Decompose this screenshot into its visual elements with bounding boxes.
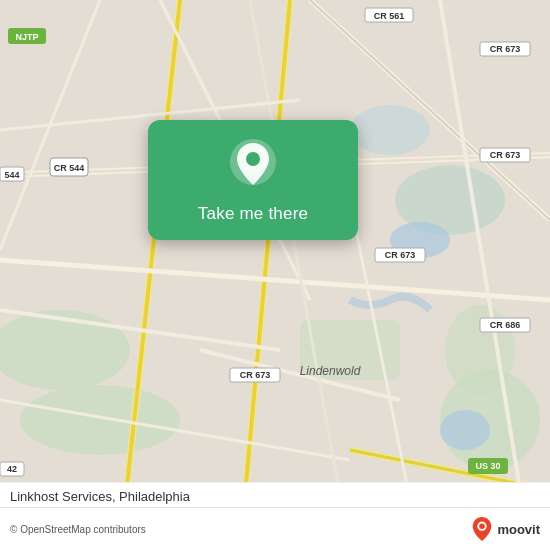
svg-text:CR 673: CR 673 bbox=[385, 250, 416, 260]
svg-point-59 bbox=[480, 523, 486, 529]
location-name: Linkhost Services, Philadelphia bbox=[10, 489, 190, 504]
svg-text:42: 42 bbox=[7, 464, 17, 474]
svg-text:CR 673: CR 673 bbox=[240, 370, 271, 380]
bottom-bar: © OpenStreetMap contributors moovit bbox=[0, 507, 550, 550]
map-background: NJTP CR 544 544 CR 673 CR 561 CR 673 CR … bbox=[0, 0, 550, 550]
location-pin-icon bbox=[227, 138, 279, 190]
svg-text:CR 561: CR 561 bbox=[374, 11, 405, 21]
popup-card: Take me there bbox=[148, 120, 358, 240]
svg-point-2 bbox=[20, 385, 180, 455]
svg-text:CR 544: CR 544 bbox=[54, 163, 85, 173]
svg-text:Lindenwold: Lindenwold bbox=[300, 364, 361, 378]
svg-rect-0 bbox=[0, 0, 550, 550]
svg-text:CR 686: CR 686 bbox=[490, 320, 521, 330]
svg-text:NJTP: NJTP bbox=[15, 32, 38, 42]
location-label-bar: Linkhost Services, Philadelphia bbox=[0, 482, 550, 510]
moovit-logo: moovit bbox=[471, 516, 540, 542]
svg-point-57 bbox=[246, 152, 260, 166]
svg-point-9 bbox=[440, 410, 490, 450]
map-container: NJTP CR 544 544 CR 673 CR 561 CR 673 CR … bbox=[0, 0, 550, 550]
take-me-there-button[interactable]: Take me there bbox=[198, 200, 308, 224]
svg-text:544: 544 bbox=[4, 170, 19, 180]
moovit-label: moovit bbox=[497, 522, 540, 537]
svg-text:CR 673: CR 673 bbox=[490, 44, 521, 54]
svg-text:CR 673: CR 673 bbox=[490, 150, 521, 160]
svg-text:US 30: US 30 bbox=[475, 461, 500, 471]
moovit-pin-icon bbox=[471, 516, 493, 542]
osm-attribution: © OpenStreetMap contributors bbox=[10, 524, 146, 535]
svg-point-5 bbox=[350, 105, 430, 155]
